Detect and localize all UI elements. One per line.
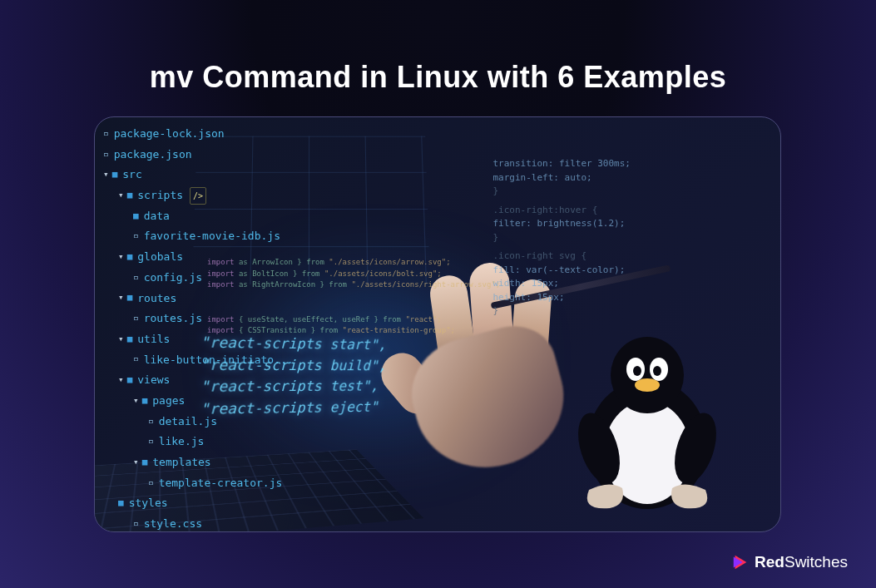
- tree-item: ▫favorite-movie-idb.js: [103, 226, 294, 247]
- svg-point-2: [611, 337, 684, 413]
- tree-item: ■styles: [103, 493, 294, 514]
- scripts-code-snippet: "react-scripts start", "react-scripts bu…: [200, 332, 386, 420]
- tree-item: ▫template-creator.js: [103, 473, 294, 494]
- tree-item: ▾■templates: [103, 452, 294, 473]
- import-code-snippet: import as ArrowIcon } from "./assets/ico…: [207, 257, 500, 337]
- page-title: mv Command in Linux with 6 Examples: [0, 0, 876, 95]
- svg-point-6: [653, 366, 661, 376]
- tree-item: ▫package.json: [103, 145, 294, 166]
- tree-item: ▫package-lock.json: [103, 124, 294, 145]
- tree-item: ■data: [103, 206, 294, 227]
- svg-point-5: [633, 366, 641, 376]
- svg-point-7: [635, 378, 660, 392]
- tree-item: ▫style.css: [103, 514, 294, 532]
- tree-item: ▫like.js: [103, 432, 294, 452]
- hero-image: transition: filter 300ms; margin-left: a…: [94, 116, 781, 532]
- brand-logo: RedSwitches: [731, 553, 848, 571]
- logo-text-switches: Switches: [784, 553, 848, 571]
- tree-item: ▾■scripts/>: [103, 185, 294, 206]
- logo-play-icon: [731, 553, 750, 571]
- css-code-snippet: transition: filter 300ms; margin-left: a…: [492, 157, 631, 319]
- tux-penguin-icon: [564, 324, 730, 515]
- logo-text-red: Red: [755, 553, 784, 571]
- tree-item: ▾■src: [103, 165, 294, 185]
